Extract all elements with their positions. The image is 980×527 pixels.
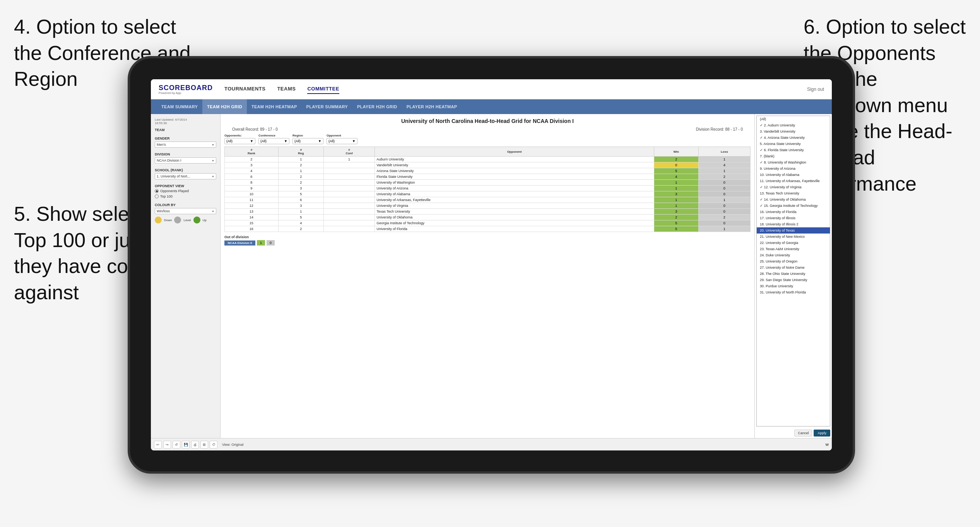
opponent-cell: Auburn University [375,157,654,162]
sidebar-school-section: School (Rank) 1. University of Nort... ▼ [155,168,216,179]
conference-filter-select[interactable]: (All) ▼ [258,138,289,144]
toolbar-layout[interactable]: ⊞ [200,441,208,449]
conf-cell [323,203,375,209]
dropdown-item[interactable]: 6. Florida State University [757,147,830,153]
nav-item-committee[interactable]: COMMITTEE [307,84,339,94]
conf-cell [323,168,375,174]
dropdown-item[interactable]: 23. Texas A&M University [757,246,830,252]
dropdown-item[interactable]: 30. Purdue University [757,283,830,289]
dropdown-item[interactable]: 12. University of Virginia [757,184,830,190]
dropdown-item[interactable]: 20. University of Texas [757,227,830,234]
opponent-cell: University of Oklahoma [375,215,654,220]
toolbar-print[interactable]: 🖨 [191,441,199,449]
dropdown-item[interactable]: 24. Duke University [757,252,830,258]
toolbar-redo[interactable]: ↪ [163,441,171,449]
dropdown-item[interactable]: 25. University of Oregon [757,258,830,264]
toolbar-undo[interactable]: ↩ [154,441,162,449]
sub-nav-team-h2h-heatmap[interactable]: TEAM H2H HEATMAP [247,99,302,114]
opponent-cell: Vanderbilt University [375,162,654,168]
toolbar-clock[interactable]: ⏱ [210,441,217,449]
color-up-label: Up [203,218,207,222]
dropdown-item[interactable]: 9. University of Arizona [757,165,830,172]
dropdown-item[interactable]: 22. University of Georgia [757,240,830,246]
opponents-filter-label: Opponents: [224,134,255,137]
out-of-division: Out of division NCAA Division II 1 0 [224,235,751,246]
division-control[interactable]: NCAA Division I ▼ [155,157,216,164]
dropdown-item[interactable]: 14. University of Oklahoma [757,196,830,203]
dropdown-item[interactable]: 27. University of Notre Dame [757,264,830,271]
dropdown-item[interactable]: 18. University of Illinois 2 [757,221,830,227]
top-100-circle [155,194,159,198]
table-row: 8 2 University of Washington 1 0 [225,180,751,186]
rank-cell: 3 [225,162,279,168]
dropdown-item[interactable]: (All) [757,116,830,122]
dropdown-item[interactable]: 28. The Ohio State University [757,271,830,277]
reg-cell: 5 [278,215,323,220]
center-content: University of North Carolina Head-to-Hea… [221,114,754,438]
sidebar-opponent-view-section: Opponent View Opponents Played Top 100 [155,184,216,198]
dropdown-item[interactable]: 29. San Diego State University [757,277,830,283]
dropdown-item[interactable]: 2. Auburn University [757,122,830,128]
table-row: 12 3 University of Virginia 1 0 [225,203,751,209]
win-header: Win [654,147,698,157]
dropdown-item[interactable]: 15. Georgia Institute of Technology [757,203,830,209]
division-record-label: Division Record: [696,127,724,131]
dropdown-item[interactable]: 11. University of Arkansas, Fayetteville [757,178,830,184]
division-label: Division [155,152,216,156]
sub-nav-team-summary[interactable]: TEAM SUMMARY [157,99,202,114]
report-header: University of North Carolina Head-to-Hea… [224,118,751,124]
opponent-filter-select[interactable]: (All) ▼ [327,138,357,144]
dropdown-item[interactable]: 8. University of Washington [757,159,830,165]
opponent-dropdown-list[interactable]: (All)2. Auburn University3. Vanderbilt U… [756,116,830,426]
out-of-division-label: Out of division [224,235,751,239]
nav-sign-out[interactable]: Sign out [807,87,824,92]
reg-header: #Reg [278,147,323,157]
dropdown-item[interactable]: 17. University of Illinois [757,215,830,221]
reg-cell: 2 [278,226,323,232]
dropdown-item[interactable]: 10. University of Alabama [757,172,830,178]
dropdown-item[interactable]: 4. Arizona State University [757,135,830,141]
loss-cell: 0 [698,180,750,186]
opponent-cell: University of Alabama [375,191,654,197]
loss-cell: 2 [698,215,750,220]
sub-nav-player-summary[interactable]: PLAYER SUMMARY [302,99,352,114]
conf-cell [323,197,375,203]
dropdown-item[interactable]: 21. University of New Mexico [757,234,830,240]
ncaa-win: 1 [257,240,265,246]
table-row: 9 3 University of Arizona 1 0 [225,186,751,191]
nav-bar: SCOREBOARD Powered by App TOURNAMENTS TE… [151,79,832,99]
gender-control[interactable]: Men's ▼ [155,142,216,148]
top-100-radio[interactable]: Top 100 [155,194,216,198]
nav-item-teams[interactable]: TEAMS [277,84,296,94]
opponents-filter-select[interactable]: (All) ▼ [224,138,255,144]
opponent-view-radio-group: Opponents Played Top 100 [155,189,216,198]
dropdown-item[interactable]: 31. University of North Florida [757,289,830,295]
dropdown-item[interactable]: 5. Arizona State University [757,141,830,147]
opponent-cell: University of Arizona [375,186,654,191]
colour-by-control[interactable]: Win/loss ▼ [155,208,216,214]
opponents-played-label: Opponents Played [160,189,189,193]
cancel-button[interactable]: Cancel [794,430,812,437]
apply-button[interactable]: Apply [814,430,830,437]
opponent-view-label: Opponent View [155,184,216,188]
conf-cell [323,220,375,226]
sub-nav-player-h2h-grid[interactable]: PLAYER H2H GRID [352,99,402,114]
school-control[interactable]: 1. University of Nort... ▼ [155,173,216,179]
logo-area: SCOREBOARD Powered by App [159,84,213,95]
dropdown-item[interactable]: 7. (blank) [757,153,830,159]
nav-item-tournaments[interactable]: TOURNAMENTS [224,84,265,94]
sub-nav-team-h2h-grid[interactable]: TEAM H2H GRID [202,99,247,114]
region-filter-select[interactable]: (All) ▼ [292,138,323,144]
toolbar-refresh[interactable]: ↺ [173,441,180,449]
rank-cell: 2 [225,157,279,162]
toolbar-right: W [826,443,829,447]
sub-nav-player-h2h-heatmap[interactable]: PLAYER H2H HEATMAP [402,99,462,114]
dropdown-item[interactable]: 16. University of Florida [757,209,830,215]
table-row: 3 2 Vanderbilt University 0 4 [225,162,751,168]
dropdown-item[interactable]: 3. Vanderbilt University [757,128,830,135]
toolbar-save[interactable]: 💾 [182,441,190,449]
dropdown-item[interactable]: 13. Texas Tech University [757,190,830,196]
bottom-toolbar: ↩ ↪ ↺ 💾 🖨 ⊞ ⏱ View: Original W [151,438,832,450]
conference-filter-arrow: ▼ [284,139,287,143]
opponents-played-radio[interactable]: Opponents Played [155,189,216,193]
